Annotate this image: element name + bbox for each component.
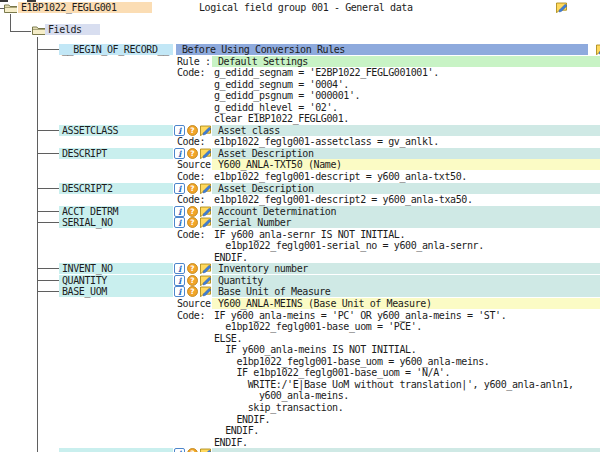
code-label: Code: (177, 136, 205, 148)
rule-row: Rule :Default Settings (0, 56, 600, 68)
documentation-note-icon[interactable] (200, 148, 211, 159)
tree-branch-line (37, 130, 59, 131)
segment-node-label[interactable]: E1BP1022_FEGLG001 (18, 2, 152, 13)
code-row: Code:IF y600_anla-meins = 'PC' OR y600_a… (0, 310, 600, 322)
question-icon[interactable] (187, 286, 198, 297)
tree-row-acct-detrm: ACCT_DETRMAccount Determination (0, 206, 600, 218)
documentation-note-icon[interactable] (200, 183, 211, 194)
source-row: Source:Y600_ANLA-TXT50 (Name) (0, 159, 600, 171)
documentation-note-icon[interactable] (200, 206, 211, 217)
field-node-label[interactable]: DESCRIPT2 (59, 183, 173, 194)
field-icons (174, 275, 211, 286)
tree-connector-line (10, 14, 11, 32)
question-icon[interactable] (187, 263, 198, 274)
source-value-bar: Y600_ANLA-TXT50 (Name) (212, 159, 600, 170)
code-row: IF y600_anla-meins IS NOT INITIAL. (0, 344, 600, 356)
abap-code-line: clear E1BP1022_FEGLG001. (214, 113, 349, 125)
question-icon[interactable] (187, 125, 198, 136)
source-label: Source: (177, 159, 216, 171)
info-icon[interactable] (174, 263, 185, 274)
documentation-note-icon[interactable] (596, 44, 600, 55)
field-description-bar (212, 448, 600, 452)
field-icons (174, 263, 211, 274)
abap-code-line: e1bp1022_feglg001-descript = y600_anla-t… (214, 171, 467, 183)
code-row: Code:e1bp1022_feglg001-descript = y600_a… (0, 171, 600, 183)
tree-row-partial (0, 448, 600, 452)
field-icons (174, 148, 211, 159)
tree-row-serial-no: SERIAL_NOSerial Number (0, 217, 600, 229)
documentation-note-icon[interactable] (200, 275, 211, 286)
info-icon[interactable] (174, 206, 185, 217)
folder-icon[interactable] (4, 3, 17, 13)
fields-node-label[interactable]: Fields (45, 24, 100, 35)
tree-branch-line (37, 211, 59, 212)
abap-code-line: g_edidd_segnum = '0004'. (214, 79, 349, 91)
documentation-note-icon[interactable] (556, 2, 567, 13)
code-row: e1bp1022_feglg001-base_uom = y600_anla-m… (0, 356, 600, 368)
source-value-bar: Y600_ANLA-MEINS (Base Unit of Measure) (212, 298, 600, 309)
documentation-note-icon[interactable] (200, 263, 211, 274)
question-icon[interactable] (187, 448, 198, 452)
code-row: Code:e1bp1022_feglg001-assetclass = gv_a… (0, 136, 600, 148)
documentation-note-icon[interactable] (200, 217, 211, 228)
abap-code-line: WRITE:/'E|Base UoM without translation|'… (214, 379, 574, 391)
documentation-note-icon[interactable] (200, 448, 211, 452)
question-icon[interactable] (187, 148, 198, 159)
abap-code-line: ENDIF. (214, 252, 248, 264)
question-icon[interactable] (187, 217, 198, 228)
info-icon[interactable] (174, 183, 185, 194)
documentation-note-icon[interactable] (200, 286, 211, 297)
field-icons (174, 183, 211, 194)
question-icon[interactable] (187, 206, 198, 217)
code-row: g_edidd_segnum = '0004'. (0, 79, 600, 91)
tree-branch-line (37, 49, 59, 50)
field-description-bar: Base Unit of Measure (212, 286, 600, 297)
tree-connector-line (10, 31, 31, 32)
abap-code-line: ELSE. (214, 333, 242, 345)
tree-row-descript2: DESCRIPT2Asset Description (0, 183, 600, 195)
question-icon[interactable] (187, 183, 198, 194)
code-row: ENDIF. (0, 414, 600, 426)
question-icon[interactable] (187, 275, 198, 286)
rule-label: Rule : (177, 56, 211, 68)
field-mapping-rows: __BEGIN_OF_RECORD__Before Using Conversi… (0, 44, 600, 452)
field-node-label[interactable]: __BEGIN_OF_RECORD__ (59, 44, 173, 55)
info-icon[interactable] (174, 448, 185, 452)
field-node-label[interactable] (59, 448, 173, 452)
tree-branch-line (37, 153, 59, 154)
tree-row-base-uom: BASE_UOMBase Unit of Measure (0, 286, 600, 298)
field-description-bar: Asset Description (212, 148, 600, 159)
code-row: Code:g_edidd_segnam = 'E2BP1022_FEGLG001… (0, 67, 600, 79)
field-node-label[interactable]: DESCRIPT (59, 148, 173, 159)
info-icon[interactable] (174, 148, 185, 159)
code-label: Code: (177, 67, 205, 79)
field-icons (174, 206, 211, 217)
field-node-label[interactable]: SERIAL_NO (59, 217, 173, 228)
code-row: WRITE:/'E|Base UoM without translation|'… (0, 379, 600, 391)
field-node-label[interactable]: ASSETCLASS (59, 125, 173, 136)
info-icon[interactable] (174, 275, 185, 286)
code-row: g_edidd_psgnum = '000001'. (0, 90, 600, 102)
field-description-bar: Asset class (212, 125, 600, 136)
field-node-label[interactable]: QUANTITY (59, 275, 173, 286)
abap-code-line: ENDIF. (214, 414, 270, 426)
abap-code-line: ENDIF. (214, 437, 248, 449)
field-node-label[interactable]: ACCT_DETRM (59, 206, 173, 217)
info-icon[interactable] (174, 125, 185, 136)
field-description-bar: Account Determination (212, 206, 600, 217)
code-row: g_edidd_hlevel = '02'. (0, 102, 600, 114)
folder-icon[interactable] (32, 25, 45, 35)
field-node-label[interactable]: BASE_UOM (59, 286, 173, 297)
code-row: ELSE. (0, 333, 600, 345)
info-icon[interactable] (174, 286, 185, 297)
field-description-bar: Asset Description (212, 183, 600, 194)
info-icon[interactable] (174, 217, 185, 228)
documentation-note-icon[interactable] (200, 125, 211, 136)
abap-code-line: IF e1bp1022_feglg001-base_uom = 'N/A'. (214, 367, 450, 379)
tree-branch-line (37, 222, 59, 223)
abap-code-line: y600_anla-meins. (214, 390, 349, 402)
tree-row-assetclass: ASSETCLASSAsset class (0, 125, 600, 137)
abap-code-line: e1bp1022_feglg001-descript2 = y600_anla-… (214, 194, 473, 206)
code-label: Code: (177, 310, 205, 322)
field-node-label[interactable]: INVENT_NO (59, 263, 173, 274)
